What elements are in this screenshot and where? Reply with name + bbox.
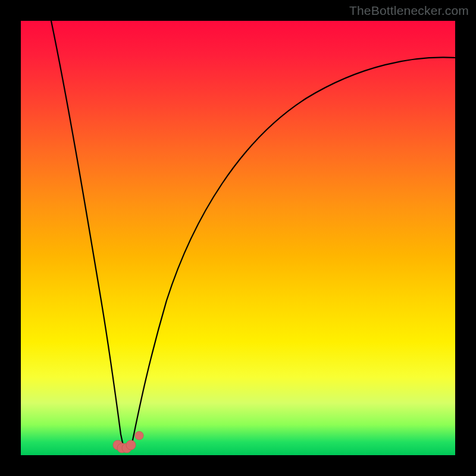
watermark-text: TheBottlenecker.com — [349, 4, 469, 18]
trough-markers — [113, 431, 143, 453]
series-left-branch — [51, 21, 123, 446]
chart-frame: TheBottlenecker.com — [0, 0, 476, 476]
svg-point-4 — [135, 431, 143, 440]
svg-point-3 — [126, 440, 136, 450]
chart-svg — [21, 21, 455, 455]
chart-plot-area — [21, 21, 455, 455]
series-right-branch — [131, 57, 455, 446]
